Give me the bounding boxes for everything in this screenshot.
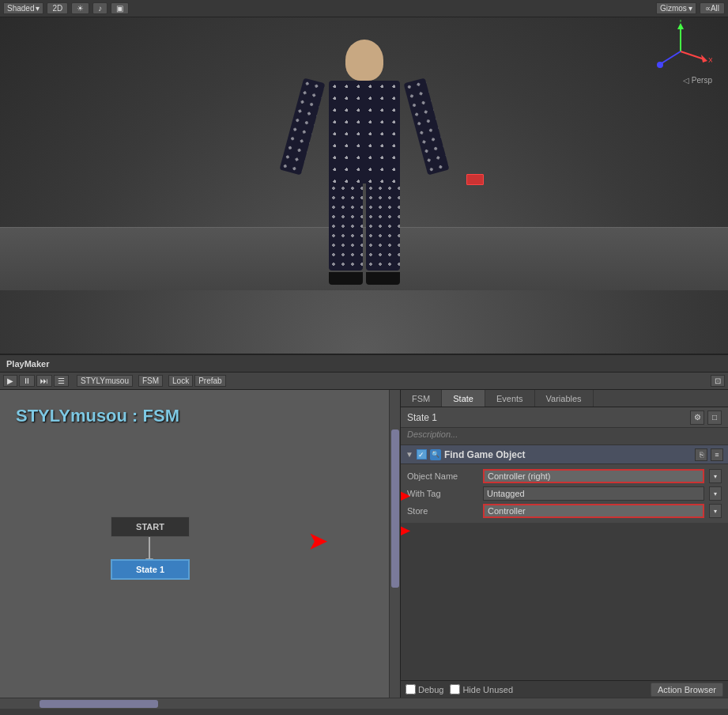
playmaker-titlebar: PlayMaker xyxy=(0,355,728,373)
shader-dropdown[interactable]: Shaded ▾ xyxy=(3,2,43,14)
state-description-field[interactable]: Description... xyxy=(401,428,728,445)
playmaker-title: PlayMaker xyxy=(6,359,49,369)
object-name-label: Object Name xyxy=(407,471,478,481)
persp-label: ◁ Persp xyxy=(683,76,712,85)
right-panel: FSM State Events Variables State 1 ⚙ □ D… xyxy=(400,390,728,698)
arrow-to-store: ➤ xyxy=(401,521,410,540)
gameobject-dropdown[interactable]: STYLYmusou xyxy=(77,375,133,387)
action-header: ▼ ✓ 🔍 Find Game Object ⎘ ≡ xyxy=(401,445,728,464)
svg-text:Y: Y xyxy=(678,20,683,24)
action-title-label: Find Game Object xyxy=(444,449,692,460)
fsm-scrollbar-thumb[interactable] xyxy=(391,429,399,588)
with-tag-dropdown[interactable]: ▾ xyxy=(709,486,722,501)
shader-dropdown-icon: ▾ xyxy=(36,4,40,13)
playmaker-panel: PlayMaker ▶ ⏸ ⏭ ☰ STYLYmusou FSM Lock Pr… xyxy=(0,354,728,715)
right-panel-tabs: FSM State Events Variables xyxy=(401,390,728,407)
bottom-bar: Debug Hide Unused Action Browser xyxy=(401,680,728,698)
step-button[interactable]: ⏭ xyxy=(36,375,52,387)
collapse-button[interactable]: ⊡ xyxy=(711,375,725,387)
with-tag-row: With Tag ▾ xyxy=(401,485,728,502)
debug-checkbox[interactable] xyxy=(405,684,416,694)
lock-button[interactable]: Lock xyxy=(168,375,193,387)
bottom-scroll-thumb[interactable] xyxy=(40,700,158,708)
action-type-icon: 🔍 xyxy=(430,449,441,460)
fsm-graph-title: STYLYmusou : FSM xyxy=(16,406,179,426)
arrow-to-panel: ➤ xyxy=(308,528,326,554)
action-menu-btn[interactable]: ≡ xyxy=(711,448,723,461)
sun-icon[interactable]: ☀ xyxy=(71,2,89,14)
gizmos-dropdown[interactable]: Gizmos ▾ xyxy=(656,2,696,14)
action-fields-area: Object Name ▾ With Tag ▾ Store ▾ xyxy=(401,464,728,523)
unity-viewport: Shaded ▾ 2D ☀ ♪ ▣ Gizmos ▾ ∝All Y X xyxy=(0,0,728,354)
object-name-input[interactable] xyxy=(483,469,704,483)
action-browser-button[interactable]: Action Browser xyxy=(651,683,723,697)
mode-2d-button[interactable]: 2D xyxy=(47,2,68,14)
fsm-graph-area[interactable]: STYLYmusou : FSM START State 1 ➤ xyxy=(0,390,389,698)
pause-button[interactable]: ⏸ xyxy=(19,375,35,387)
object-name-dropdown[interactable]: ▾ xyxy=(709,469,722,483)
store-input[interactable] xyxy=(483,504,704,518)
svg-point-5 xyxy=(657,62,663,68)
search-btn[interactable]: ∝All xyxy=(700,2,725,14)
with-tag-label: With Tag xyxy=(407,489,478,498)
state-name-label: State 1 xyxy=(407,412,687,423)
prefab-button[interactable]: Prefab xyxy=(194,375,225,387)
fsm-scrollbar[interactable] xyxy=(389,390,400,698)
playmaker-toolbar: ▶ ⏸ ⏭ ☰ STYLYmusou FSM Lock Prefab ⊡ xyxy=(0,373,728,390)
arrow-to-object-name: ➤ xyxy=(401,486,410,505)
action-copy-btn[interactable]: ⎘ xyxy=(695,448,707,461)
state1-node[interactable]: State 1 xyxy=(111,559,190,580)
gizmos-label: Gizmos xyxy=(660,4,687,13)
char-leg-left xyxy=(329,183,363,285)
debug-label: Debug xyxy=(418,685,443,694)
play-button[interactable]: ▶ xyxy=(3,375,17,387)
right-panel-content: ▼ ✓ 🔍 Find Game Object ⎘ ≡ Object Name ▾ xyxy=(401,445,728,698)
bottom-scrollbar[interactable] xyxy=(0,698,728,709)
gizmos-dropdown-icon: ▾ xyxy=(688,4,692,13)
action-enable-checkbox[interactable]: ✓ xyxy=(417,449,427,460)
tab-fsm[interactable]: FSM xyxy=(401,390,442,407)
shader-label: Shaded xyxy=(7,4,34,13)
tab-variables[interactable]: Variables xyxy=(535,390,594,407)
audio-icon[interactable]: ♪ xyxy=(92,2,108,14)
main-content-area: STYLYmusou : FSM START State 1 ➤ FSM Sta… xyxy=(0,390,728,698)
state-settings-btn[interactable]: ⚙ xyxy=(690,410,704,425)
store-dropdown[interactable]: ▾ xyxy=(709,504,722,518)
action-collapse-icon[interactable]: ▼ xyxy=(405,450,413,459)
viewport-toolbar: Shaded ▾ 2D ☀ ♪ ▣ Gizmos ▾ ∝All xyxy=(0,0,728,17)
svg-text:X: X xyxy=(708,56,712,64)
start-to-state-arrow xyxy=(149,537,150,559)
tab-events[interactable]: Events xyxy=(485,390,535,407)
menu-button[interactable]: ☰ xyxy=(54,375,69,387)
state-extra-btn[interactable]: □ xyxy=(707,410,722,425)
scene-ui-element xyxy=(466,174,484,185)
axes-gizmo: Y X ◁ Persp xyxy=(649,20,712,85)
tab-state[interactable]: State xyxy=(442,390,485,407)
character-model xyxy=(301,40,428,308)
object-name-row: Object Name ▾ xyxy=(401,467,728,485)
svg-line-4 xyxy=(662,51,681,63)
debug-checkbox-group: Debug xyxy=(405,684,443,694)
svg-marker-1 xyxy=(677,23,684,29)
screenshot-icon[interactable]: ▣ xyxy=(111,2,129,14)
fsm-dropdown[interactable]: FSM xyxy=(138,375,163,387)
char-body xyxy=(329,81,400,183)
svg-marker-3 xyxy=(701,55,707,62)
store-row: Store ▾ xyxy=(401,502,728,520)
char-legs xyxy=(329,183,400,285)
state-header: State 1 ⚙ □ xyxy=(401,407,728,428)
char-leg-right xyxy=(366,183,400,285)
svg-line-2 xyxy=(681,51,704,59)
hide-unused-label: Hide Unused xyxy=(462,685,513,694)
store-label: Store xyxy=(407,506,478,516)
char-head xyxy=(345,40,383,81)
hide-unused-checkbox-group: Hide Unused xyxy=(450,684,513,694)
hide-unused-checkbox[interactable] xyxy=(450,684,460,694)
with-tag-input[interactable] xyxy=(483,486,704,501)
start-node: START xyxy=(111,516,190,537)
